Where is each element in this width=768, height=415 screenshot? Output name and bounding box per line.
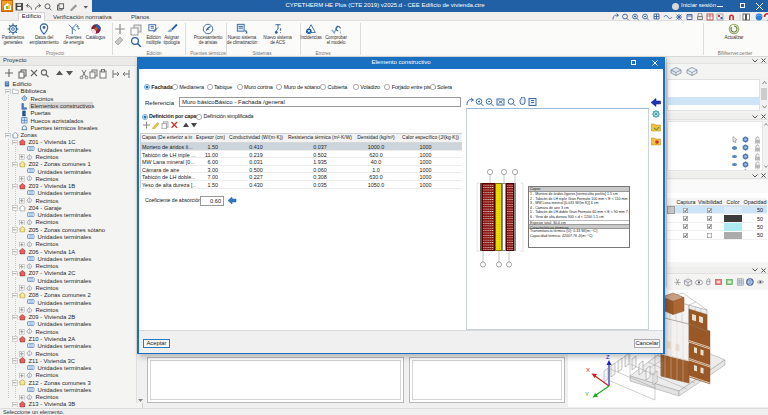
svg-text:X: X bbox=[586, 367, 590, 373]
svg-text:Y: Y bbox=[585, 391, 589, 397]
